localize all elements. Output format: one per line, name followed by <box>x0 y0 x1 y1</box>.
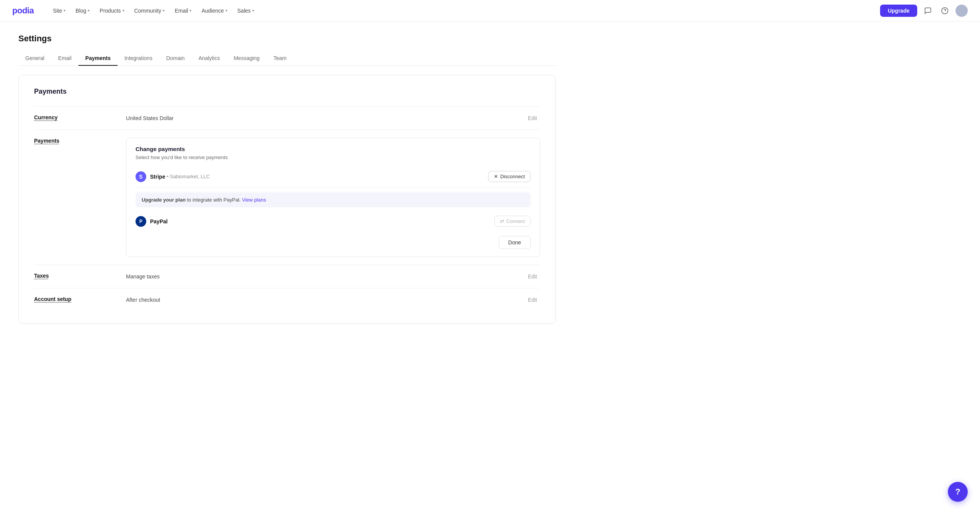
nav-label-audience: Audience <box>201 8 224 14</box>
messages-icon[interactable] <box>922 5 934 17</box>
change-payments-subtitle: Select how you'd like to receive payment… <box>136 155 531 160</box>
chevron-icon-community: ▾ <box>163 8 165 13</box>
currency-label: Currency <box>34 114 57 120</box>
chevron-icon-blog: ▾ <box>88 8 90 13</box>
nav-label-site: Site <box>53 8 62 14</box>
account-setup-row: Account setup After checkout Edit <box>34 288 540 311</box>
currency-edit-button[interactable]: Edit <box>525 114 540 122</box>
disconnect-button[interactable]: ✕ Disconnect <box>488 171 531 182</box>
upgrade-button[interactable]: Upgrade <box>880 5 917 17</box>
payments-row: Payments Change payments Select how you'… <box>34 130 540 265</box>
nav-label-sales: Sales <box>237 8 251 14</box>
tab-team[interactable]: Team <box>266 51 293 66</box>
change-payments-box: Change payments Select how you'd like to… <box>126 138 540 257</box>
nav-items: Site ▾ Blog ▾ Products ▾ Community ▾ Ema… <box>49 5 880 16</box>
tab-email[interactable]: Email <box>51 51 78 66</box>
disconnect-label: Disconnect <box>500 174 525 179</box>
currency-value: United States Dollar <box>126 114 525 121</box>
done-button[interactable]: Done <box>499 236 531 249</box>
nav-item-site[interactable]: Site ▾ <box>49 5 69 16</box>
paypal-icon: P <box>136 216 146 227</box>
topnav: podia Site ▾ Blog ▾ Products ▾ Community… <box>0 0 980 21</box>
taxes-value: Manage taxes <box>126 273 525 280</box>
stripe-meta: • Sabiomarket, LLC <box>167 174 210 179</box>
provider-divider <box>136 187 531 188</box>
avatar[interactable] <box>956 5 968 17</box>
logo[interactable]: podia <box>12 6 34 16</box>
tab-domain[interactable]: Domain <box>159 51 191 66</box>
payments-card-title: Payments <box>34 88 540 96</box>
taxes-label: Taxes <box>34 273 49 279</box>
paypal-row: P PayPal ⇄ Connect <box>136 212 531 231</box>
nav-label-email: Email <box>175 8 188 14</box>
nav-item-blog[interactable]: Blog ▾ <box>72 5 93 16</box>
taxes-edit-button[interactable]: Edit <box>525 273 540 280</box>
tab-analytics[interactable]: Analytics <box>191 51 227 66</box>
chevron-icon-audience: ▾ <box>225 8 227 13</box>
page-container: Settings General Email Payments Integrat… <box>0 21 574 336</box>
stripe-icon: S <box>136 171 146 182</box>
payments-label: Payments <box>34 138 59 144</box>
help-icon[interactable] <box>939 5 951 17</box>
nav-item-audience[interactable]: Audience ▾ <box>198 5 231 16</box>
settings-tabs: General Email Payments Integrations Doma… <box>18 51 556 66</box>
account-setup-value: After checkout <box>126 296 525 303</box>
account-setup-label-container: Account setup <box>34 296 126 302</box>
payments-label-container: Payments <box>34 138 126 144</box>
page-title: Settings <box>18 34 556 44</box>
account-setup-content: After checkout Edit <box>126 296 540 304</box>
chevron-icon-sales: ▾ <box>252 8 254 13</box>
nav-item-products[interactable]: Products ▾ <box>96 5 128 16</box>
connect-button[interactable]: ⇄ Connect <box>494 216 531 227</box>
payments-content: Change payments Select how you'd like to… <box>126 138 540 257</box>
nav-item-email[interactable]: Email ▾ <box>171 5 195 16</box>
nav-label-blog: Blog <box>75 8 86 14</box>
connect-label: Connect <box>506 218 525 224</box>
nav-item-community[interactable]: Community ▾ <box>131 5 169 16</box>
taxes-row: Taxes Manage taxes Edit <box>34 265 540 288</box>
nav-item-sales[interactable]: Sales ▾ <box>234 5 258 16</box>
svg-point-0 <box>942 7 948 14</box>
tab-payments[interactable]: Payments <box>78 51 118 66</box>
paypal-name: PayPal <box>150 218 168 224</box>
tab-general[interactable]: General <box>18 51 51 66</box>
transfer-icon: ⇄ <box>500 218 504 224</box>
chevron-icon-site: ▾ <box>64 8 65 13</box>
stripe-name: Stripe <box>150 174 165 180</box>
currency-content: United States Dollar Edit <box>126 114 540 122</box>
chevron-icon-products: ▾ <box>122 8 124 13</box>
upgrade-notice: Upgrade your plan to integrate with PayP… <box>136 192 531 207</box>
tab-integrations[interactable]: Integrations <box>118 51 159 66</box>
change-payments-title: Change payments <box>136 146 531 152</box>
nav-right: Upgrade <box>880 5 968 17</box>
upgrade-notice-normal: to integrate with PayPal. <box>186 197 241 203</box>
taxes-content: Manage taxes Edit <box>126 273 540 280</box>
view-plans-link[interactable]: View plans <box>242 197 266 203</box>
nav-label-community: Community <box>134 8 162 14</box>
taxes-label-container: Taxes <box>34 273 126 279</box>
nav-label-products: Products <box>100 8 121 14</box>
currency-row: Currency United States Dollar Edit <box>34 106 540 130</box>
chevron-icon-email: ▾ <box>189 8 191 13</box>
upgrade-notice-bold: Upgrade your plan <box>142 197 186 203</box>
tab-messaging[interactable]: Messaging <box>227 51 266 66</box>
account-setup-edit-button[interactable]: Edit <box>525 296 540 304</box>
x-icon: ✕ <box>494 174 498 179</box>
account-setup-label: Account setup <box>34 296 71 302</box>
payments-card: Payments Currency United States Dollar E… <box>18 75 556 324</box>
stripe-row: S Stripe • Sabiomarket, LLC ✕ Disconnect <box>136 167 531 186</box>
currency-label-container: Currency <box>34 114 126 120</box>
